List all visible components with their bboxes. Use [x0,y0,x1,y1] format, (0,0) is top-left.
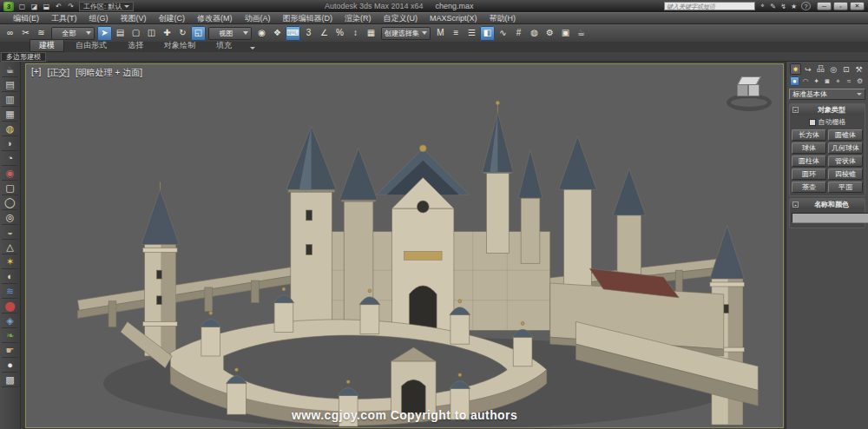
viewport-view-menu[interactable]: [正交] [47,67,69,79]
rendered-frame-window-icon[interactable]: ▣ [558,26,573,41]
primitive-category-dropdown[interactable]: 标准基本体 [789,89,865,100]
ribbon-scene-icon[interactable]: ▤ [2,77,18,92]
ribbon-hand-icon[interactable]: ☛ [2,343,18,358]
ribbon-duck-icon[interactable]: ◔ [2,151,18,166]
keyboard-shortcut-override-icon[interactable]: ⌨ [286,26,300,41]
ribbon-tab[interactable]: 建模 [30,39,64,52]
ribbon-fish-icon[interactable]: ◗ [2,136,18,151]
ribbon-ring-icon[interactable]: ◎ [2,210,18,225]
schematic-view-icon[interactable]: # [511,26,526,41]
primitive-button[interactable]: 四棱锥 [828,168,863,180]
ribbon-overflow-button[interactable] [247,43,259,52]
primitive-button[interactable]: 长方体 [792,129,826,141]
ribbon-tab[interactable]: 填充 [207,39,241,52]
menubar-item[interactable]: 自定义(U) [378,13,424,24]
viewcube-left-face[interactable] [737,84,748,96]
rectangular-selection-region-icon[interactable]: ▢ [128,26,143,41]
ribbon-teapot-icon[interactable]: ☕ [2,63,18,77]
ribbon-crystal-icon[interactable]: ◈ [2,314,18,328]
3dsmax-logo-icon[interactable]: 3 [3,2,14,11]
menubar-item[interactable]: 视图(V) [115,13,153,24]
menubar-item[interactable]: 组(G) [83,13,115,24]
select-and-scale-icon[interactable]: ◱ [191,26,206,41]
subtab-systems[interactable]: ⚙ [855,76,865,86]
tab-motion[interactable]: ◎ [828,63,839,75]
ribbon-red-tool-icon[interactable]: ◉ [2,166,18,181]
object-type-rollout-header[interactable]: - 对象类型 [790,104,865,115]
select-object-icon[interactable]: ➤ [97,26,112,41]
spinner-snap-icon[interactable]: ↕ [348,26,363,41]
edit-named-selection-sets-icon[interactable]: ▦ [364,26,378,41]
viewcube-ring[interactable] [727,94,772,111]
pen-icon[interactable]: ✎ [768,2,778,10]
bind-to-space-warp-icon[interactable]: ≋ [34,26,49,41]
window-crossing-icon[interactable]: ◫ [144,26,159,41]
minimize-button[interactable]: ─ [817,2,832,10]
select-by-name-icon[interactable]: ▤ [113,26,128,41]
primitive-button[interactable]: 圆锥体 [828,129,863,141]
favorites-star-icon[interactable]: ★ [789,2,799,10]
subtab-shapes[interactable]: ◠ [801,76,811,86]
subtab-helpers[interactable]: ⌖ [833,76,843,86]
primitive-button[interactable]: 圆环 [792,168,826,180]
ribbon-white-ball-icon[interactable]: ● [2,358,18,373]
workspace-dropdown[interactable]: 工作区: 默认 [79,2,134,11]
viewport-plus-menu[interactable]: [+] [31,67,41,79]
select-and-link-icon[interactable]: ∞ [3,26,17,41]
name-color-rollout-header[interactable]: - 名称和颜色 [790,199,865,209]
render-setup-icon[interactable]: ⚙ [542,26,557,41]
ribbon-sphere-icon[interactable]: ◐ [2,269,18,284]
ribbon-lamp-icon[interactable]: ◍ [2,122,18,136]
flash-icon[interactable]: ↯ [779,2,788,10]
viewport[interactable]: [+] [正交] [明暗处理 + 边面] www.cgjoy.com Copyr… [25,63,784,428]
ribbon-waves-icon[interactable]: ≋ [2,284,18,299]
menubar-item[interactable]: 修改器(M) [191,13,239,24]
subtab-lights[interactable]: ✦ [812,76,821,86]
polygon-modeling-panel-tab[interactable]: 多边形建模 [1,52,46,62]
menubar-item[interactable]: 编辑(E) [7,13,45,24]
menubar-item[interactable]: 渲染(R) [339,13,378,24]
tab-create[interactable]: ✷ [790,63,801,75]
material-editor-icon[interactable]: ◍ [527,26,542,41]
menubar-item[interactable]: 工具(T) [45,13,83,24]
redo-icon[interactable]: ↷ [65,2,76,11]
mirror-icon[interactable]: M [433,26,448,41]
castle-model[interactable] [26,64,783,427]
help-button[interactable]: ? [801,2,811,10]
select-and-rotate-icon[interactable]: ↻ [175,26,190,41]
curve-editor-icon[interactable]: ∿ [496,26,510,41]
menubar-item[interactable]: 创建(C) [153,13,192,24]
ribbon-cone-icon[interactable]: △ [2,240,18,254]
autogrid-checkbox[interactable] [809,119,816,126]
maximize-button[interactable]: ▫ [833,2,848,10]
menubar-item[interactable]: 帮助(H) [483,13,523,24]
ribbon-disc-icon[interactable]: ◒ [2,225,18,240]
search-icon[interactable]: ⌖ [758,2,767,10]
primitive-button[interactable]: 茶壶 [792,182,826,193]
tab-hierarchy[interactable]: 品 [815,63,826,75]
subtab-geometry[interactable]: ● [790,76,799,86]
tab-display[interactable]: ⊡ [840,63,852,75]
primitive-button[interactable]: 几何球体 [828,142,863,154]
menubar-item[interactable]: MAXScript(X) [424,14,483,23]
ribbon-red-ball-icon[interactable]: ⬤ [2,299,18,314]
subtab-cameras[interactable]: ◙ [823,76,832,86]
align-icon[interactable]: ≡ [449,26,464,41]
use-pivot-point-center-icon[interactable]: ◉ [254,26,269,41]
graphite-ribbon-toggle-icon[interactable]: ◧ [480,26,495,41]
unlink-selection-icon[interactable]: ✂ [18,26,33,41]
undo-icon[interactable]: ↶ [53,2,64,11]
render-production-icon[interactable]: ☕ [574,26,589,41]
select-and-manipulate-icon[interactable]: ❖ [270,26,285,41]
manage-layers-icon[interactable]: ☰ [464,26,479,41]
ribbon-list-icon[interactable]: ▥ [2,92,18,107]
primitive-button[interactable]: 平面 [828,182,863,193]
named-selection-sets-dropdown[interactable]: 创建选择集 [381,27,431,40]
primitive-button[interactable]: 管状体 [828,155,863,167]
ribbon-star-icon[interactable]: ✶ [2,254,18,269]
ribbon-tab[interactable]: 选择 [118,39,153,52]
save-icon[interactable]: ⬓ [41,2,52,11]
select-and-move-icon[interactable]: ✚ [160,26,174,41]
ribbon-rounded-square-icon[interactable]: ▢ [2,181,18,195]
tab-modify[interactable]: ↪ [803,63,814,75]
